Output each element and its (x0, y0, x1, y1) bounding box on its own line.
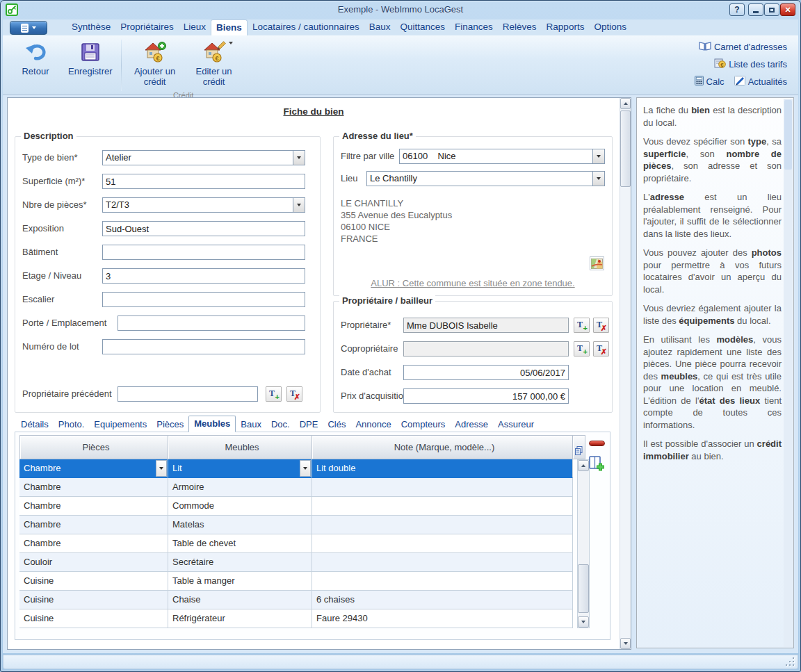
title-bar[interactable]: Exemple - WebImmo LocaGest ? ✕ (0, 0, 801, 19)
help-button[interactable]: ? (729, 3, 745, 16)
chevron-down-icon[interactable] (592, 172, 604, 186)
address-book-link[interactable]: Carnet d'adresses (699, 41, 787, 53)
tab-baux[interactable]: Baux (236, 417, 266, 432)
proprietaire-field[interactable] (403, 318, 569, 333)
tab-pieces[interactable]: Pièces (152, 417, 188, 432)
map-button[interactable] (590, 256, 604, 270)
nbre-pieces-select[interactable]: T2/T3 (102, 197, 305, 213)
tab-adresse[interactable]: Adresse (450, 417, 493, 432)
close-button[interactable]: ✕ (780, 3, 795, 16)
porte-input[interactable] (118, 315, 305, 331)
exposition-input[interactable] (102, 221, 305, 236)
tab-details[interactable]: Détails (16, 417, 54, 432)
chevron-down-icon[interactable] (293, 151, 305, 165)
app-menu-button[interactable] (10, 21, 47, 35)
menu-tab-options[interactable]: Options (589, 19, 631, 35)
lot-input[interactable] (102, 339, 305, 354)
menu-tab-synthese[interactable]: Synthèse (67, 19, 115, 35)
prop-precedent-input[interactable] (118, 386, 258, 402)
scrollbar-thumb[interactable] (620, 110, 631, 187)
tab-compteurs[interactable]: Compteurs (396, 417, 451, 432)
coproprietaire-clear-button[interactable]: T✗ (593, 341, 609, 357)
edit-credit-button[interactable]: € Editer un crédit (186, 37, 243, 91)
delete-row-button[interactable] (589, 441, 605, 446)
menu-tab-biens[interactable]: Biens (211, 19, 248, 35)
table-scrollbar[interactable] (577, 459, 590, 628)
restore-button[interactable] (764, 3, 779, 16)
menu-tab-proprietaires[interactable]: Propriétaires (115, 19, 179, 35)
superficie-input[interactable] (102, 174, 305, 189)
news-link[interactable]: Actualités (734, 76, 787, 88)
coproprietaire-field[interactable] (403, 341, 569, 357)
proprietaire-clear-button[interactable]: T✗ (593, 318, 609, 333)
tab-cles[interactable]: Clés (323, 417, 350, 432)
menu-tab-finances[interactable]: Finances (450, 19, 498, 35)
lieu-select[interactable]: Le Chantilly (366, 171, 605, 186)
prix-acquisition-input[interactable] (403, 388, 569, 404)
etage-input[interactable] (102, 268, 305, 284)
menu-tab-lieux[interactable]: Lieux (179, 19, 211, 35)
coproprietaire-add-button[interactable]: T+ (574, 341, 590, 357)
tab-annonce[interactable]: Annonce (350, 417, 396, 432)
help-panel: La fiche du bien est la description du l… (636, 97, 794, 648)
prop-precedent-add-button[interactable]: T+ (266, 386, 282, 402)
table-row[interactable]: Chambre Commode (19, 497, 585, 516)
back-button[interactable]: Retour (8, 37, 63, 91)
header-meubles[interactable]: Meubles (168, 435, 312, 459)
table-row[interactable]: Cuisine Réfrigérateur Faure 29430 (19, 609, 585, 628)
chevron-down-icon[interactable] (592, 149, 604, 163)
price-list-icon: € (714, 58, 726, 70)
menu-tab-rapports[interactable]: Rapports (542, 19, 590, 35)
chevron-down-icon[interactable] (300, 460, 311, 477)
filtre-ville-select[interactable]: 06100 Nice (399, 149, 605, 164)
tab-assureur[interactable]: Assureur (493, 417, 539, 432)
type-bien-select[interactable]: Atelier (102, 150, 305, 165)
chevron-down-icon[interactable] (156, 460, 167, 477)
tab-equipements[interactable]: Equipements (89, 417, 152, 432)
pen-icon (734, 76, 745, 88)
chevron-down-icon[interactable] (293, 198, 305, 212)
tab-doc[interactable]: Doc. (266, 417, 295, 432)
scrollbar-thumb[interactable] (784, 100, 792, 170)
scroll-up-icon[interactable] (620, 98, 631, 109)
piece-cell-combo[interactable]: Chambre (19, 459, 168, 478)
prop-precedent-clear-button[interactable]: T✗ (286, 386, 302, 402)
escalier-input[interactable] (102, 292, 305, 307)
meuble-cell-combo[interactable]: Lit (168, 459, 312, 478)
note-cell[interactable]: Lit double (312, 459, 573, 478)
tab-dpe[interactable]: DPE (295, 417, 323, 432)
tab-meubles[interactable]: Meubles (188, 416, 236, 432)
menu-tab-releves[interactable]: Relèves (498, 19, 542, 35)
table-row[interactable]: Couloir Secrétaire (19, 553, 585, 572)
calc-link[interactable]: Calc (695, 76, 725, 88)
scroll-down-icon[interactable] (578, 616, 589, 628)
add-credit-button[interactable]: € Ajouter un crédit (124, 37, 186, 91)
date-achat-input[interactable] (403, 365, 569, 380)
scrollbar-thumb[interactable] (578, 564, 589, 613)
proprietaire-add-button[interactable]: T+ (574, 318, 590, 333)
add-row-button[interactable] (589, 456, 605, 472)
scroll-up-icon[interactable] (578, 460, 589, 471)
column-chooser-button[interactable] (573, 435, 585, 459)
resize-grip[interactable] (786, 657, 794, 666)
table-row[interactable]: Chambre Table de chevet (19, 534, 585, 553)
minimize-button[interactable] (748, 3, 763, 16)
table-row[interactable]: Chambre Lit Lit double (19, 459, 585, 478)
main-scrollbar[interactable] (620, 98, 631, 649)
header-note[interactable]: Note (Marque, modèle...) (312, 435, 573, 459)
table-row[interactable]: Cuisine Table à manger (19, 572, 585, 591)
menu-tab-baux[interactable]: Baux (364, 19, 396, 35)
table-row[interactable]: Cuisine Chaise 6 chaises (19, 591, 585, 609)
table-row[interactable]: Chambre Armoire (19, 478, 585, 497)
menu-tab-locataires[interactable]: Locataires / cautionnaires (248, 19, 364, 35)
price-list-link[interactable]: € Liste des tarifs (714, 58, 787, 70)
scroll-down-icon[interactable] (620, 638, 631, 649)
header-pieces[interactable]: Pièces (19, 435, 168, 459)
save-button[interactable]: Enregistrer (63, 37, 118, 91)
menu-tab-quittances[interactable]: Quittances (396, 19, 451, 35)
batiment-input[interactable] (102, 245, 305, 260)
tab-photo[interactable]: Photo. (54, 417, 90, 432)
help-scrollbar[interactable] (784, 99, 793, 647)
alur-link[interactable]: ALUR : Cette commune est située en zone … (334, 278, 612, 288)
table-row[interactable]: Chambre Matelas (19, 516, 585, 534)
